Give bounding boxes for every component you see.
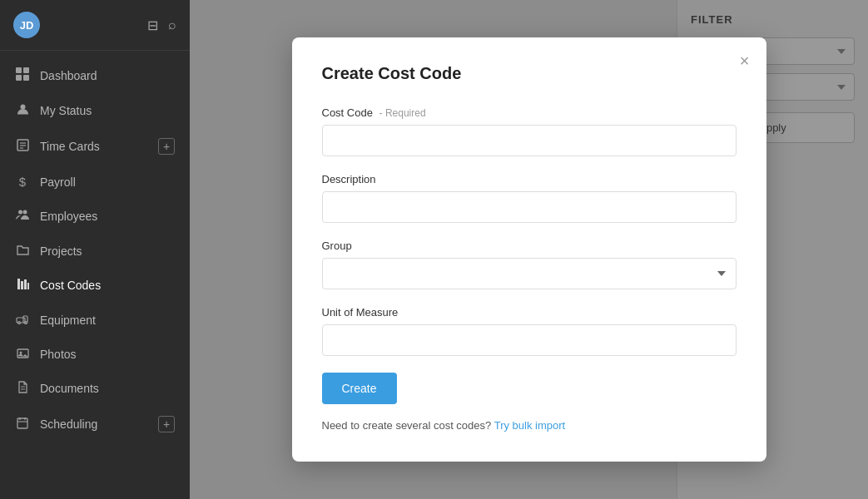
photos-icon — [15, 347, 30, 361]
sidebar-item-label: Time Cards — [40, 140, 100, 153]
description-input[interactable] — [322, 191, 737, 223]
cost-codes-icon — [15, 278, 30, 293]
sidebar-item-my-status[interactable]: My Status — [0, 93, 190, 128]
unit-of-measure-input[interactable] — [322, 324, 737, 356]
svg-rect-11 — [17, 279, 20, 289]
sidebar-item-projects[interactable]: Projects — [0, 234, 190, 268]
scheduling-icon — [15, 417, 30, 432]
sidebar-header-icons: ⊟ ⌕ — [147, 17, 176, 33]
svg-point-4 — [20, 105, 25, 110]
svg-rect-0 — [16, 67, 22, 73]
sidebar-item-label: Employees — [40, 210, 97, 223]
scheduling-add-button[interactable]: + — [158, 416, 175, 432]
sidebar-item-label: Equipment — [40, 314, 96, 327]
sidebar-item-label: Projects — [40, 245, 82, 258]
cost-code-label: Cost Code - Required — [322, 106, 737, 119]
svg-rect-1 — [23, 67, 29, 73]
documents-icon — [15, 381, 30, 396]
modal-overlay: Create Cost Code × Cost Code - Required … — [190, 0, 868, 499]
collapse-icon[interactable]: ⊟ — [147, 17, 158, 33]
svg-rect-14 — [27, 283, 29, 289]
sidebar-item-dashboard[interactable]: Dashboard — [0, 57, 190, 93]
svg-point-9 — [18, 210, 22, 215]
sidebar-item-documents[interactable]: Documents — [0, 371, 190, 406]
employees-icon — [15, 209, 30, 224]
group-field-group: Group — [322, 240, 737, 289]
sidebar-item-photos[interactable]: Photos — [0, 337, 190, 371]
svg-rect-13 — [24, 279, 27, 289]
cost-code-input[interactable] — [322, 125, 737, 156]
projects-icon — [15, 244, 30, 258]
description-label: Description — [322, 173, 737, 185]
sidebar-header: JD ⊟ ⌕ — [0, 0, 190, 51]
sidebar: JD ⊟ ⌕ Dashboard My Status Time Cards + — [0, 0, 190, 499]
sidebar-item-label: Scheduling — [40, 417, 97, 431]
modal-title: Create Cost Code — [322, 64, 737, 83]
search-icon[interactable]: ⌕ — [168, 17, 176, 32]
sidebar-item-cost-codes[interactable]: Cost Codes — [0, 268, 190, 303]
cost-code-field-group: Cost Code - Required — [322, 106, 737, 156]
svg-rect-2 — [16, 75, 22, 81]
sidebar-item-equipment[interactable]: Equipment — [0, 303, 190, 337]
unit-of-measure-field-group: Unit of Measure — [322, 306, 737, 356]
bulk-import-section: Need to create several cost codes? Try b… — [322, 419, 737, 432]
group-select[interactable] — [322, 258, 737, 289]
svg-rect-3 — [23, 75, 29, 81]
required-tag: - Required — [379, 107, 426, 119]
bulk-import-text: Need to create several cost codes? — [322, 419, 492, 432]
dashboard-icon — [15, 67, 30, 83]
sidebar-nav: Dashboard My Status Time Cards + $ Payro… — [0, 51, 190, 442]
svg-rect-12 — [21, 281, 23, 289]
sidebar-item-time-cards[interactable]: Time Cards + — [0, 128, 190, 165]
sidebar-item-label: Dashboard — [40, 69, 97, 82]
sidebar-item-label: Cost Codes — [40, 279, 101, 292]
main-content: FILTER Active Group Apply Create Cost Co… — [190, 0, 868, 499]
time-cards-icon — [15, 139, 30, 154]
equipment-icon — [15, 313, 30, 327]
create-button[interactable]: Create — [322, 373, 397, 404]
svg-point-10 — [23, 210, 27, 215]
bulk-import-link[interactable]: Try bulk import — [494, 419, 565, 432]
sidebar-item-payroll[interactable]: $ Payroll — [0, 165, 190, 199]
description-field-group: Description — [322, 173, 737, 223]
sidebar-item-label: Documents — [40, 382, 99, 395]
unit-of-measure-label: Unit of Measure — [322, 306, 737, 319]
my-status-icon — [15, 103, 30, 118]
sidebar-item-label: Photos — [40, 348, 77, 361]
payroll-icon: $ — [15, 175, 30, 189]
time-cards-add-button[interactable]: + — [158, 138, 175, 155]
avatar: JD — [13, 12, 40, 38]
sidebar-item-label: Payroll — [40, 175, 76, 189]
sidebar-item-label: My Status — [40, 104, 92, 117]
sidebar-item-scheduling[interactable]: Scheduling + — [0, 406, 190, 442]
modal-close-button[interactable]: × — [740, 52, 750, 69]
create-cost-code-modal: Create Cost Code × Cost Code - Required … — [292, 37, 766, 462]
sidebar-item-employees[interactable]: Employees — [0, 199, 190, 234]
svg-rect-23 — [17, 418, 27, 428]
group-label: Group — [322, 240, 737, 252]
